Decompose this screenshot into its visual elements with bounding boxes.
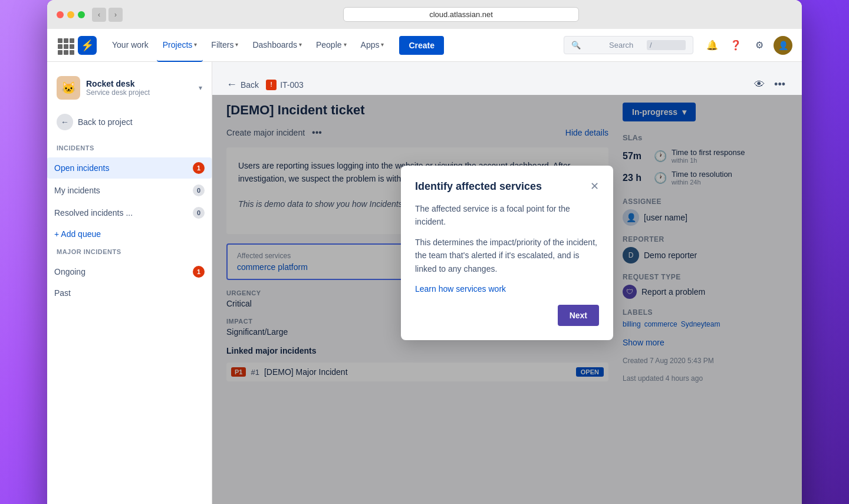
more-options-icon[interactable]: ••• bbox=[772, 76, 788, 93]
project-name: Rocket desk bbox=[86, 79, 193, 88]
open-incidents-badge: 1 bbox=[193, 162, 205, 174]
filters-dropdown-icon: ▾ bbox=[235, 41, 238, 48]
modal-close-icon[interactable]: ✕ bbox=[590, 180, 599, 193]
incidents-section-title: Incidents bbox=[57, 144, 202, 151]
search-icon: 🔍 bbox=[571, 41, 604, 50]
breadcrumb-nav: ← Back ! IT-003 👁 ••• bbox=[226, 76, 788, 93]
sidebar-item-my-incidents[interactable]: My incidents 0 bbox=[47, 180, 212, 201]
modal-title: Identify affected services bbox=[415, 180, 542, 193]
app-switcher-icon[interactable] bbox=[57, 37, 73, 54]
back-arrow-browser[interactable]: ‹ bbox=[92, 8, 106, 22]
project-avatar: 🐱 bbox=[57, 76, 80, 100]
back-button[interactable]: ← Back bbox=[226, 78, 259, 91]
dashboards-dropdown-icon: ▾ bbox=[299, 41, 302, 48]
sidebar: 🐱 Rocket desk Service desk project ▾ ← B… bbox=[47, 62, 212, 504]
nav-your-work[interactable]: Your work bbox=[106, 29, 154, 62]
atlassian-logo[interactable]: ⚡ bbox=[78, 36, 97, 55]
watch-icon[interactable]: 👁 bbox=[752, 76, 767, 93]
maximize-button[interactable] bbox=[78, 11, 85, 18]
top-right-actions: 👁 ••• bbox=[752, 76, 788, 93]
nav-projects[interactable]: Projects ▾ bbox=[157, 29, 203, 62]
url-bar[interactable]: cloud.atlassian.net bbox=[343, 7, 579, 22]
nav-icons: 🔔 ❓ ⚙ 👤 bbox=[703, 36, 792, 55]
modal-body: The affected service is a focal point fo… bbox=[415, 202, 599, 295]
help-icon[interactable]: ❓ bbox=[726, 36, 745, 55]
settings-icon[interactable]: ⚙ bbox=[750, 36, 769, 55]
sidebar-item-ongoing[interactable]: Ongoing 1 bbox=[47, 261, 212, 282]
incident-icon: ! bbox=[266, 80, 277, 90]
project-type: Service desk project bbox=[86, 88, 193, 97]
sidebar-item-resolved-incidents[interactable]: Resolved incidents ... 0 bbox=[47, 202, 212, 223]
nav-filters[interactable]: Filters ▾ bbox=[205, 29, 244, 62]
modal-overlay: Identify affected services ✕ The affecte… bbox=[212, 95, 802, 504]
nav-dashboards[interactable]: Dashboards ▾ bbox=[246, 29, 308, 62]
apps-dropdown-icon: ▾ bbox=[381, 41, 384, 48]
learn-services-link[interactable]: Learn how services work bbox=[415, 284, 506, 294]
user-avatar[interactable]: 👤 bbox=[774, 36, 792, 55]
people-dropdown-icon: ▾ bbox=[344, 41, 347, 48]
resolved-incidents-badge: 0 bbox=[193, 207, 205, 219]
incidents-section: Incidents bbox=[47, 140, 212, 156]
major-incidents-title: Major incidents bbox=[57, 248, 202, 255]
sidebar-item-open-incidents[interactable]: Open incidents 1 bbox=[47, 157, 212, 179]
notifications-icon[interactable]: 🔔 bbox=[703, 36, 722, 55]
next-button[interactable]: Next bbox=[558, 305, 599, 326]
sidebar-item-past[interactable]: Past bbox=[47, 284, 212, 302]
nav-items: Your work Projects ▾ Filters ▾ Dashboard… bbox=[106, 29, 390, 62]
browser-nav-arrows: ‹ › bbox=[92, 8, 123, 22]
nav-apps[interactable]: Apps ▾ bbox=[355, 29, 390, 62]
main-layout: 🐱 Rocket desk Service desk project ▾ ← B… bbox=[47, 62, 802, 504]
create-button[interactable]: Create bbox=[399, 36, 444, 55]
my-incidents-badge: 0 bbox=[193, 185, 205, 196]
search-box[interactable]: 🔍 Search / bbox=[564, 36, 693, 54]
traffic-lights bbox=[57, 11, 85, 18]
nav-people[interactable]: People ▾ bbox=[310, 29, 353, 62]
content-area: ← Back ! IT-003 👁 ••• [DEMO] Incident ti… bbox=[212, 62, 802, 504]
back-circle-icon: ← bbox=[57, 114, 73, 130]
back-to-project-btn[interactable]: ← Back to project bbox=[47, 109, 212, 140]
identify-services-modal: Identify affected services ✕ The affecte… bbox=[401, 166, 613, 340]
ongoing-badge: 1 bbox=[193, 266, 205, 278]
modal-header: Identify affected services ✕ bbox=[415, 180, 599, 193]
search-shortcut: / bbox=[647, 40, 686, 50]
project-chevron-icon: ▾ bbox=[199, 84, 202, 92]
top-nav: ⚡ Your work Projects ▾ Filters ▾ Dashboa… bbox=[47, 29, 802, 62]
project-header[interactable]: 🐱 Rocket desk Service desk project ▾ bbox=[47, 71, 212, 109]
back-arrow-icon: ← bbox=[226, 78, 237, 91]
add-queue-btn[interactable]: + Add queue bbox=[47, 225, 212, 243]
ticket-id-badge: ! IT-003 bbox=[266, 80, 304, 90]
close-button[interactable] bbox=[57, 11, 64, 18]
projects-dropdown-icon: ▾ bbox=[194, 41, 197, 48]
browser-chrome: ‹ › cloud.atlassian.net bbox=[47, 0, 802, 29]
minimize-button[interactable] bbox=[67, 11, 74, 18]
forward-arrow-browser[interactable]: › bbox=[108, 8, 123, 22]
modal-footer: Next bbox=[415, 305, 599, 326]
major-incidents-section: Major incidents bbox=[47, 243, 212, 260]
